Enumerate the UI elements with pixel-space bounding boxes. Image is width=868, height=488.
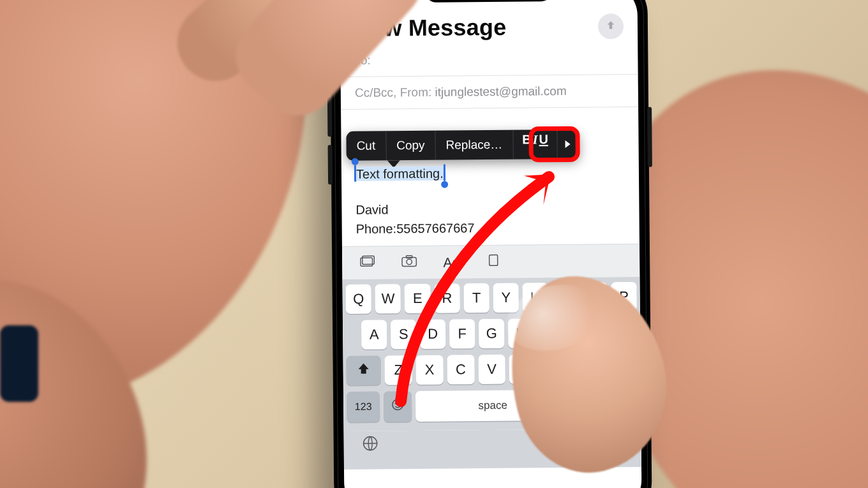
cut-menu-item[interactable]: Cut (346, 131, 385, 161)
copy-menu-item[interactable]: Copy (386, 131, 435, 161)
text-selection[interactable]: Text formatting. (355, 164, 444, 184)
bold-icon: B (522, 129, 532, 149)
key-t[interactable]: T (463, 283, 490, 313)
key-g[interactable]: G (479, 319, 504, 348)
signature-name: David (355, 198, 625, 219)
text-format-icon: Aa (443, 255, 460, 270)
key-q[interactable]: Q (345, 285, 371, 314)
shift-key[interactable] (346, 356, 380, 385)
replace-menu-item[interactable]: Replace… (435, 130, 513, 160)
svg-point-7 (395, 403, 396, 404)
document-icon (485, 253, 502, 270)
selection-handle-end[interactable] (444, 165, 445, 181)
globe-key[interactable] (362, 435, 379, 455)
attachment-button[interactable] (474, 249, 513, 274)
ccbcc-label: Cc/Bcc, From: (355, 85, 432, 100)
svg-point-6 (393, 399, 403, 410)
camera-icon (401, 254, 417, 271)
format-button[interactable]: Aa (431, 250, 471, 275)
ccbcc-field[interactable]: Cc/Bcc, From: itjunglestest@gmail.com (341, 75, 638, 110)
svg-rect-5 (490, 255, 498, 266)
key-a[interactable]: A (361, 320, 387, 349)
photo-stack-icon (359, 255, 375, 272)
key-d[interactable]: D (420, 320, 445, 349)
selected-text: Text formatting. (355, 166, 444, 181)
globe-icon (362, 443, 379, 454)
volume-down-button (328, 145, 333, 184)
quicktype-bar: Aa (342, 244, 640, 279)
key-x[interactable]: X (415, 355, 443, 385)
number-switch-key[interactable]: 123 (347, 392, 380, 422)
underline-icon: U (539, 129, 548, 149)
key-w[interactable]: W (375, 284, 401, 313)
shift-icon (357, 362, 370, 379)
watch (0, 325, 38, 402)
key-v[interactable]: V (478, 355, 505, 384)
chevron-right-icon (564, 135, 572, 154)
photo-library-button[interactable] (347, 251, 387, 276)
power-button (647, 107, 652, 167)
message-body[interactable]: Cut Copy Replace… B I U (341, 107, 640, 246)
key-z[interactable]: Z (384, 355, 412, 385)
signature-phone-line: Phone:55657667667 (356, 217, 625, 239)
key-s[interactable]: S (391, 320, 416, 349)
italic-icon: I (532, 129, 537, 149)
arrow-up-icon (605, 19, 617, 33)
camera-button[interactable] (389, 250, 429, 275)
from-email: itjunglestest@gmail.com (435, 84, 566, 99)
svg-rect-4 (406, 256, 412, 258)
svg-point-8 (399, 403, 400, 404)
key-r[interactable]: R (434, 283, 460, 313)
emoji-key[interactable] (384, 391, 412, 422)
key-f[interactable]: F (449, 319, 475, 348)
svg-rect-2 (402, 257, 416, 266)
emoji-icon (391, 397, 405, 415)
selection-handle-start[interactable] (354, 165, 356, 182)
text-context-menu: Cut Copy Replace… B I U (346, 129, 580, 161)
to-field[interactable]: To: (340, 42, 638, 77)
volume-up-button (327, 97, 333, 137)
send-button[interactable] (598, 13, 624, 39)
signature-block: David Phone:55657667667 (355, 198, 625, 239)
svg-point-3 (407, 259, 412, 264)
key-c[interactable]: C (447, 355, 474, 384)
more-menu-item[interactable] (558, 135, 580, 154)
biu-menu-item[interactable]: B I U (513, 129, 557, 159)
key-e[interactable]: E (405, 284, 431, 313)
